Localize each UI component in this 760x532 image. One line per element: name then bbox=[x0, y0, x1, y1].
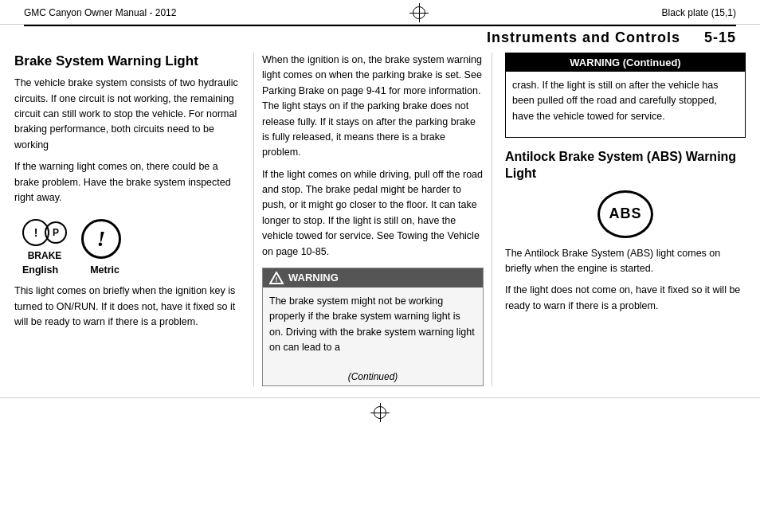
section-title-bar: Instruments and Controls 5-15 bbox=[0, 29, 760, 53]
continued-label: (Continued) bbox=[263, 368, 483, 385]
abs-icon-wrap: ABS bbox=[505, 190, 746, 238]
middle-column: When the ignition is on, the brake syste… bbox=[253, 53, 492, 386]
page-footer bbox=[0, 397, 760, 424]
svg-text:!: ! bbox=[276, 276, 278, 284]
right-para2: If the light does not come on, have it f… bbox=[505, 283, 746, 314]
warning-label: WARNING bbox=[288, 272, 339, 284]
icon-labels-row: English Metric bbox=[22, 264, 241, 276]
section-title: Instruments and Controls bbox=[487, 29, 680, 46]
right-para1: The Antilock Brake System (ABS) light co… bbox=[505, 246, 746, 277]
left-column: Brake System Warning Light The vehicle b… bbox=[14, 53, 253, 386]
warning-continued-box: WARNING (Continued) crash. If the light … bbox=[505, 53, 746, 138]
abs-icon-text: ABS bbox=[609, 205, 641, 222]
warning-triangle-icon: ! bbox=[269, 272, 284, 284]
brake-title: Brake System Warning Light bbox=[14, 53, 241, 69]
crosshair-icon bbox=[411, 5, 427, 21]
warning-body: The brake system might not be working pr… bbox=[263, 288, 483, 369]
exclamation-icon: ! bbox=[81, 219, 121, 259]
brake-icons: ! P BRAKE ! bbox=[22, 217, 241, 261]
abs-title: Antilock Brake System (ABS) Warning Ligh… bbox=[505, 149, 746, 182]
main-content: Brake System Warning Light The vehicle b… bbox=[0, 53, 760, 394]
page: GMC Canyon Owner Manual - 2012 Black pla… bbox=[0, 0, 760, 532]
dp-icon: ! P bbox=[22, 217, 67, 248]
right-column: WARNING (Continued) crash. If the light … bbox=[492, 53, 746, 386]
left-para3: This light comes on briefly when the ign… bbox=[14, 284, 241, 330]
header-left: GMC Canyon Owner Manual - 2012 bbox=[24, 7, 176, 18]
brake-icon-label: BRAKE bbox=[28, 250, 62, 261]
warning-header: ! WARNING bbox=[263, 268, 483, 288]
header-right: Black plate (15,1) bbox=[662, 7, 736, 18]
left-para1: The vehicle brake system consists of two… bbox=[14, 76, 241, 153]
warning-continued-body: crash. If the light is still on after th… bbox=[506, 72, 745, 137]
warning-body-text: The brake system might not be working pr… bbox=[269, 294, 476, 356]
english-label: English bbox=[22, 264, 58, 276]
footer-crosshair-icon bbox=[372, 405, 388, 421]
mid-para2: If the light comes on while driving, pul… bbox=[262, 167, 484, 260]
brake-icon-english: ! P BRAKE bbox=[22, 217, 67, 261]
metric-label: Metric bbox=[90, 264, 119, 276]
left-para2: If the warning light comes on, there cou… bbox=[14, 159, 241, 205]
p-circle: P bbox=[45, 221, 67, 244]
mid-para1: When the ignition is on, the brake syste… bbox=[262, 53, 484, 161]
warning-continued-header: WARNING (Continued) bbox=[506, 53, 745, 72]
abs-icon: ABS bbox=[597, 190, 653, 238]
page-header: GMC Canyon Owner Manual - 2012 Black pla… bbox=[0, 0, 760, 25]
warning-continued-text: crash. If the light is still on after th… bbox=[512, 78, 738, 124]
warning-box: ! WARNING The brake system might not be … bbox=[262, 268, 484, 387]
page-number: 5-15 bbox=[704, 29, 736, 46]
header-center bbox=[411, 5, 427, 21]
